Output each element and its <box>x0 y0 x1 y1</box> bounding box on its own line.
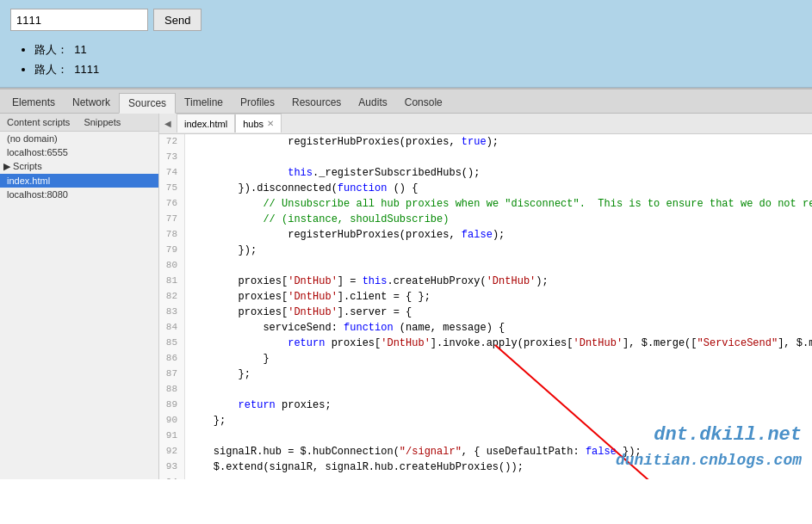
code-line-94: 94 <box>159 475 812 479</box>
tab-sources[interactable]: Sources <box>119 93 176 114</box>
code-line-92: 92 signalR.hub = $.hubConnection("/signa… <box>159 444 812 459</box>
code-line-84: 84 serviceSend: function (name, message)… <box>159 320 812 336</box>
devtools: Elements Network Sources Timeline Profil… <box>0 88 812 479</box>
message-item-2: 路人： 1111 <box>34 59 802 79</box>
code-content[interactable]: 72 registerHubProxies(proxies, true); 73… <box>159 134 812 479</box>
code-tabs: ◀ index.html hubs ✕ <box>159 114 812 134</box>
code-lines: 72 registerHubProxies(proxies, true); 73… <box>159 134 812 479</box>
code-line-78: 78 registerHubProxies(proxies, false); <box>159 227 812 243</box>
messages-area: 路人： 11 路人： 1111 <box>10 40 802 80</box>
code-line-74: 74 this._registerSubscribedHubs(); <box>159 165 812 181</box>
sidebar-tab-content-scripts[interactable]: Content scripts <box>0 114 77 131</box>
code-line-91: 91 <box>159 428 812 444</box>
code-line-76: 76 // Unsubscribe all hub proxies when w… <box>159 196 812 212</box>
sidebar-item-localhost-6555[interactable]: localhost:6555 <box>0 145 158 159</box>
tab-profiles[interactable]: Profiles <box>232 92 283 113</box>
devtools-body: Content scripts Snippets (no domain) loc… <box>0 114 812 479</box>
code-line-79: 79 }); <box>159 243 812 258</box>
tab-network[interactable]: Network <box>64 92 119 113</box>
code-line-82: 82 proxies['DntHub'].client = { }; <box>159 289 812 305</box>
sidebar-tab-snippets[interactable]: Snippets <box>77 114 127 131</box>
code-line-88: 88 <box>159 382 812 398</box>
sidebar-tabs: Content scripts Snippets <box>0 114 158 132</box>
code-line-87: 87 }; <box>159 367 812 382</box>
send-button[interactable]: Send <box>153 9 201 31</box>
tab-audits[interactable]: Audits <box>350 92 395 113</box>
code-line-73: 73 <box>159 150 812 165</box>
code-line-89: 89 return proxies; <box>159 398 812 413</box>
code-tab-nav-icon[interactable]: ◀ <box>161 116 175 130</box>
code-line-80: 80 <box>159 258 812 274</box>
code-line-93: 93 $.extend(signalR, signalR.hub.createH… <box>159 459 812 475</box>
tab-console[interactable]: Console <box>396 92 451 113</box>
browser-top: Send 路人： 11 路人： 1111 <box>0 0 812 88</box>
sidebar-item-no-domain[interactable]: (no domain) <box>0 132 158 145</box>
message-label-2: 路人： <box>34 63 68 76</box>
code-line-85: 85 return proxies['DntHub'].invoke.apply… <box>159 336 812 351</box>
address-bar-row: Send <box>10 9 802 31</box>
code-area: ◀ index.html hubs ✕ 72 registerHubProxie… <box>159 114 812 479</box>
code-line-83: 83 proxies['DntHub'].server = { <box>159 305 812 320</box>
code-tab-index-html[interactable]: index.html <box>177 114 235 133</box>
address-input[interactable] <box>10 9 148 31</box>
code-tab-hubs[interactable]: hubs ✕ <box>235 114 282 133</box>
code-line-86: 86 } <box>159 351 812 367</box>
code-line-90: 90 }; <box>159 413 812 428</box>
code-line-75: 75 }).disconnected(function () { <box>159 181 812 196</box>
code-line-81: 81 proxies['DntHub'] = this.createHubPro… <box>159 274 812 289</box>
sidebar: Content scripts Snippets (no domain) loc… <box>0 114 159 479</box>
devtools-tabs: Elements Network Sources Timeline Profil… <box>0 89 812 114</box>
sidebar-item-localhost-8080[interactable]: localhost:8080 <box>0 188 158 201</box>
tab-timeline[interactable]: Timeline <box>176 92 232 113</box>
tab-resources[interactable]: Resources <box>283 92 350 113</box>
sidebar-item-index-html[interactable]: index.html <box>0 174 158 188</box>
message-item-1: 路人： 11 <box>34 40 802 59</box>
code-line-72: 72 registerHubProxies(proxies, true); <box>159 134 812 150</box>
code-line-77: 77 // (instance, shouldSubscribe) <box>159 212 812 227</box>
message-label-1: 路人： <box>34 43 68 56</box>
sidebar-group-scripts: ▶ Scripts <box>0 159 158 174</box>
code-tab-close-hubs[interactable]: ✕ <box>267 119 274 128</box>
tab-elements[interactable]: Elements <box>3 92 64 113</box>
